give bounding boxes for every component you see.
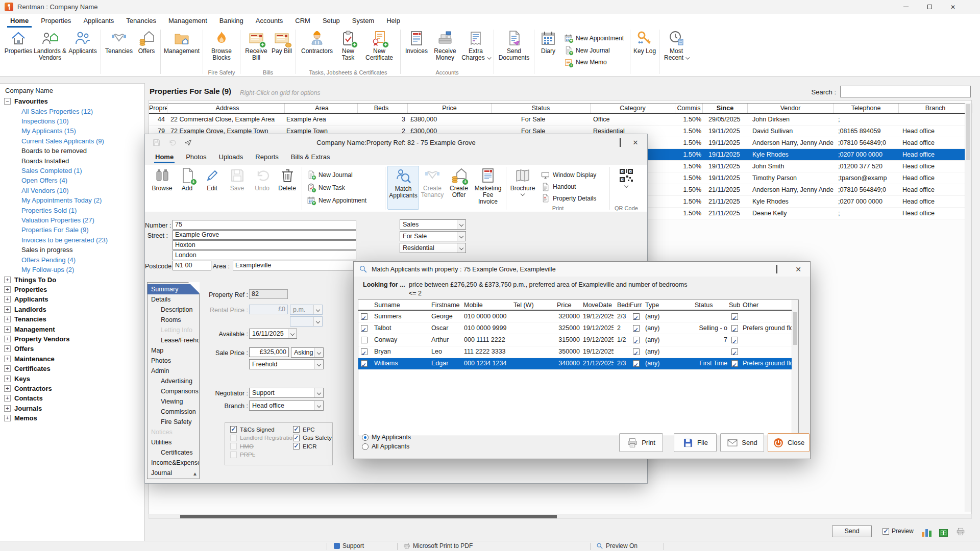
- column-header-vendor[interactable]: Vendor: [748, 104, 834, 113]
- radio-icon[interactable]: [362, 434, 369, 441]
- expand-collapse-icon[interactable]: [4, 98, 11, 105]
- expand-collapse-icon[interactable]: [4, 375, 11, 382]
- column-header-telephone[interactable]: Telephone: [834, 104, 899, 113]
- column-header-status[interactable]: Status: [492, 104, 591, 113]
- close-button[interactable]: Close: [768, 433, 810, 452]
- sidebar-item[interactable]: Favourites: [0, 96, 143, 106]
- marketing-fee-invoice-button[interactable]: Marketing Fee Invoice: [472, 166, 504, 210]
- print-button[interactable]: Print: [619, 433, 663, 452]
- nav-scroll-up-icon[interactable]: ▲: [192, 471, 198, 477]
- tab-reports[interactable]: Reports: [249, 151, 285, 163]
- applicant-row[interactable]: Williams Edgar 000 1234 1234 340000 21/1…: [358, 358, 798, 370]
- send-button[interactable]: Send: [720, 433, 764, 452]
- window-display-button[interactable]: Window Display: [537, 169, 607, 181]
- ribbon-offers-button[interactable]: Offers: [135, 29, 158, 68]
- subs-checkbox[interactable]: [731, 313, 738, 320]
- sidebar-item[interactable]: Invoices to be generated (23): [0, 235, 143, 245]
- postcode-field[interactable]: N1 00: [173, 261, 211, 270]
- sidebar-item[interactable]: Open Offers (4): [0, 176, 143, 185]
- column-header-status[interactable]: Status: [692, 300, 729, 310]
- tenure-select[interactable]: Freehold: [249, 359, 324, 369]
- expand-collapse-icon[interactable]: [4, 316, 11, 322]
- sidebar-item[interactable]: My Follow-ups (2): [0, 265, 143, 274]
- sidebar-item[interactable]: Applicants: [0, 294, 143, 304]
- checkbox-row[interactable]: PRPL: [230, 452, 296, 458]
- expand-collapse-icon[interactable]: [4, 277, 11, 283]
- edit-button[interactable]: Edit: [200, 166, 225, 210]
- sidebar-item[interactable]: My Applicants (15): [0, 126, 143, 136]
- sidebar-item[interactable]: Landlords: [0, 305, 143, 314]
- department-select[interactable]: Sales: [400, 219, 466, 230]
- applicant-row[interactable]: Talbot Oscar 010 0000 9999 325000 19/12/…: [358, 322, 798, 334]
- expand-collapse-icon[interactable]: [4, 306, 11, 313]
- column-header-propref[interactable]: Propref: [149, 104, 167, 113]
- chart-icon[interactable]: [922, 527, 934, 537]
- expand-collapse-icon[interactable]: [4, 405, 11, 412]
- column-header-branch[interactable]: Branch: [899, 104, 972, 113]
- close-icon[interactable]: ✕: [791, 265, 806, 273]
- delete-button[interactable]: Delete: [275, 166, 300, 210]
- menu-tenancies[interactable]: Tenancies: [120, 14, 162, 28]
- applicant-row[interactable]: Conway Arthur 000 1111 2222 315000 19/12…: [358, 334, 798, 346]
- column-header-movedate[interactable]: MoveDate: [580, 300, 614, 310]
- add-button[interactable]: Add: [175, 166, 200, 210]
- subs-checkbox[interactable]: [731, 337, 738, 343]
- handout-button[interactable]: Handout: [537, 181, 607, 193]
- grid-vertical-scrollbar[interactable]: [965, 103, 971, 512]
- menu-banking[interactable]: Banking: [213, 14, 250, 28]
- ribbon-most-recent-button[interactable]: Most Recent: [662, 29, 691, 68]
- expand-collapse-icon[interactable]: [4, 345, 11, 352]
- checkbox-row[interactable]: EPC: [293, 426, 332, 433]
- sidebar-item[interactable]: Inspections (10): [0, 116, 143, 126]
- sidebar-item[interactable]: Management: [0, 324, 143, 334]
- status-preview-on[interactable]: Preview On: [596, 542, 638, 549]
- all-applicants-radio[interactable]: All Applicants: [362, 443, 409, 450]
- ribbon-new-certificate-button[interactable]: New Certificate: [360, 29, 398, 68]
- nav-item[interactable]: Notices: [148, 427, 199, 437]
- column-header-price[interactable]: Price: [408, 104, 492, 113]
- expand-collapse-icon[interactable]: [4, 336, 11, 342]
- sidebar-item[interactable]: Properties: [0, 285, 143, 294]
- sale-price-field[interactable]: £325,000: [249, 347, 289, 357]
- send-button[interactable]: Send: [832, 525, 872, 537]
- ribbon-new-appointment-button[interactable]: New Appointment: [560, 32, 628, 44]
- nav-item[interactable]: Fire Safety: [148, 417, 199, 427]
- ribbon-receive-bill-button[interactable]: Receive Bill: [242, 29, 270, 68]
- match-applicants-button[interactable]: Match Applicants: [387, 166, 419, 210]
- column-header-mobile[interactable]: Mobile: [461, 300, 511, 310]
- search-input[interactable]: [840, 86, 971, 97]
- checkbox[interactable]: [230, 435, 237, 441]
- checkbox[interactable]: [230, 452, 237, 458]
- column-header-telw[interactable]: Tel (W): [511, 300, 555, 310]
- column-header-commis[interactable]: Commis: [675, 104, 703, 113]
- sidebar-item[interactable]: Properties For Sale (9): [0, 225, 143, 235]
- branch-select[interactable]: Head office: [249, 400, 324, 411]
- ribbon-new-journal-button[interactable]: New Journal: [560, 44, 628, 57]
- undo-button[interactable]: Undo: [250, 166, 275, 210]
- status-select[interactable]: For Sale: [400, 231, 466, 241]
- menu-accounts[interactable]: Accounts: [250, 14, 289, 28]
- menu-system[interactable]: System: [346, 14, 380, 28]
- sidebar-item[interactable]: Keys: [0, 373, 143, 383]
- sidebar-item[interactable]: Contacts: [0, 393, 143, 403]
- nav-item[interactable]: Journal: [148, 468, 199, 478]
- column-header-since[interactable]: Since: [703, 104, 748, 113]
- column-header-other[interactable]: Other: [740, 300, 793, 310]
- column-header-furnished[interactable]: Furni:: [630, 300, 642, 310]
- column-header-area[interactable]: Area: [285, 104, 358, 113]
- ribbon-management-button[interactable]: Management: [163, 29, 201, 68]
- ribbon-new-memo-button[interactable]: New Memo: [560, 56, 628, 68]
- select-checkbox[interactable]: [361, 325, 368, 332]
- sidebar-item[interactable]: Boards to be removed: [0, 146, 143, 156]
- negotiator-select[interactable]: Support: [249, 388, 324, 398]
- column-header-type[interactable]: Type: [642, 300, 692, 310]
- maximize-button[interactable]: [769, 265, 785, 273]
- menu-home[interactable]: Home: [4, 14, 35, 28]
- close-button[interactable]: ✕: [941, 0, 965, 14]
- new-journal-button[interactable]: New Journal: [303, 168, 384, 181]
- subs-checkbox[interactable]: [731, 325, 738, 332]
- checkbox[interactable]: [230, 443, 237, 449]
- sidebar-item[interactable]: Offers: [0, 344, 143, 354]
- menu-management[interactable]: Management: [162, 14, 213, 28]
- menu-properties[interactable]: Properties: [35, 14, 77, 28]
